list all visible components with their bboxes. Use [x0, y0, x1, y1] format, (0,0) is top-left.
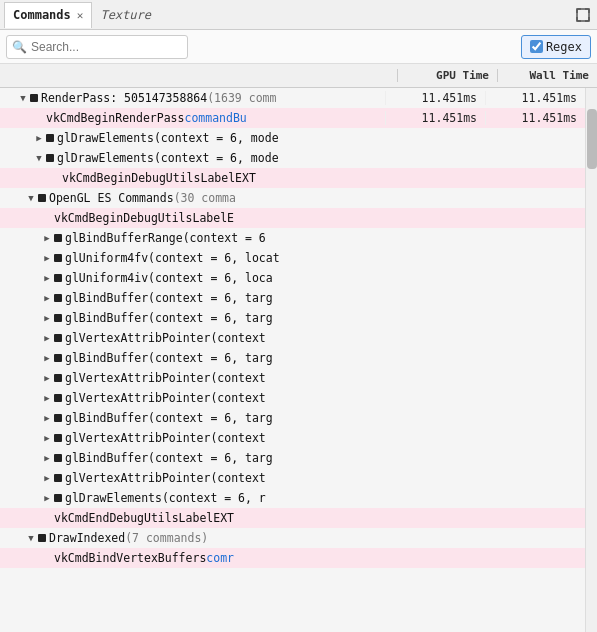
tab-commands-label: Commands — [13, 8, 71, 22]
regex-checkbox[interactable] — [530, 40, 543, 53]
table-row[interactable]: vkCmdEndDebugUtilsLabelEXT — [0, 508, 585, 528]
collapse-icon[interactable]: ▼ — [32, 151, 46, 165]
row-type-icon — [38, 194, 46, 202]
tab-texture[interactable]: Texture — [92, 2, 159, 28]
row-type-icon — [54, 274, 62, 282]
row-name-cell: ▼DrawIndexed (7 commands) — [0, 531, 385, 545]
row-type-icon — [54, 394, 62, 402]
row-name-cell: ▶glVertexAttribPointer(context — [0, 471, 385, 485]
row-name-cell: vkCmdBindVertexBuffers comr — [0, 551, 385, 565]
row-text: glVertexAttribPointer(context — [65, 471, 266, 485]
tab-commands-close[interactable]: ✕ — [77, 9, 84, 22]
expand-icon[interactable]: ▶ — [40, 331, 54, 345]
expand-icon[interactable]: ▶ — [40, 291, 54, 305]
row-name-cell: ▶glBindBuffer(context = 6, targ — [0, 311, 385, 325]
table-row[interactable]: ▶glVertexAttribPointer(context — [0, 368, 585, 388]
expand-icon[interactable]: ▶ — [32, 131, 46, 145]
row-name-cell: ▼glDrawElements(context = 6, mode — [0, 151, 385, 165]
table-row[interactable]: ▶glBindBuffer(context = 6, targ — [0, 408, 585, 428]
maximize-button[interactable] — [573, 5, 593, 25]
table-row[interactable]: ▶glVertexAttribPointer(context — [0, 428, 585, 448]
table-row[interactable]: ▼RenderPass: 505147358864 (1639 comm11.4… — [0, 88, 585, 108]
table-row[interactable]: vkCmdBeginDebugUtilsLabelEXT — [0, 168, 585, 188]
tab-bar: Commands ✕ Texture — [0, 0, 597, 30]
row-text: DrawIndexed — [49, 531, 125, 545]
collapse-icon[interactable]: ▼ — [24, 191, 38, 205]
svg-rect-0 — [577, 9, 589, 21]
row-text: glBindBuffer(context = 6, targ — [65, 351, 273, 365]
table-row[interactable]: ▼DrawIndexed (7 commands) — [0, 528, 585, 548]
row-text: glDrawElements(context = 6, mode — [57, 131, 279, 145]
row-name-cell: ▶glBindBuffer(context = 6, targ — [0, 411, 385, 425]
tab-texture-label: Texture — [100, 8, 151, 22]
table-row[interactable]: ▶glBindBuffer(context = 6, targ — [0, 348, 585, 368]
expand-icon[interactable]: ▶ — [40, 431, 54, 445]
collapse-icon[interactable]: ▼ — [16, 91, 30, 105]
collapse-icon[interactable]: ▼ — [24, 531, 38, 545]
row-extra: (1639 comm — [207, 91, 276, 105]
expand-icon[interactable]: ▶ — [40, 391, 54, 405]
row-type-icon — [54, 414, 62, 422]
row-extra: (7 commands) — [125, 531, 208, 545]
scrollbar-track[interactable] — [585, 88, 597, 632]
row-name-cell: ▶glBindBufferRange(context = 6 — [0, 231, 385, 245]
table-row[interactable]: ▶glBindBuffer(context = 6, targ — [0, 308, 585, 328]
table-row[interactable]: ▶glDrawElements(context = 6, mode — [0, 128, 585, 148]
expand-icon[interactable]: ▶ — [40, 371, 54, 385]
table-row[interactable]: ▶glVertexAttribPointer(context — [0, 468, 585, 488]
expand-icon[interactable]: ▶ — [40, 351, 54, 365]
table-row[interactable]: ▼OpenGL ES Commands (30 comma — [0, 188, 585, 208]
expand-icon[interactable]: ▶ — [40, 411, 54, 425]
toolbar: 🔍 Regex — [0, 30, 597, 64]
row-type-icon — [54, 334, 62, 342]
row-text: glBindBuffer(context = 6, targ — [65, 311, 273, 325]
row-text: glVertexAttribPointer(context — [65, 391, 266, 405]
expand-icon[interactable]: ▶ — [40, 251, 54, 265]
row-name-cell: ▶glVertexAttribPointer(context — [0, 391, 385, 405]
row-type-icon — [54, 294, 62, 302]
row-name-cell: ▶glBindBuffer(context = 6, targ — [0, 451, 385, 465]
row-type-icon — [54, 374, 62, 382]
table-row[interactable]: ▶glBindBuffer(context = 6, targ — [0, 288, 585, 308]
row-name-cell: vkCmdBeginDebugUtilsLabelE — [0, 211, 385, 225]
table-row[interactable]: ▶glUniform4fv(context = 6, locat — [0, 248, 585, 268]
row-name-cell: ▶glVertexAttribPointer(context — [0, 371, 385, 385]
row-name-cell: ▶glBindBuffer(context = 6, targ — [0, 351, 385, 365]
search-input[interactable] — [6, 35, 188, 59]
row-type-icon — [54, 454, 62, 462]
row-text: vkCmdBeginRenderPass — [46, 111, 184, 125]
table-row[interactable]: ▶glVertexAttribPointer(context — [0, 328, 585, 348]
row-extra-blue: commandBu — [184, 111, 246, 125]
table-row[interactable]: ▼glDrawElements(context = 6, mode — [0, 148, 585, 168]
expand-icon[interactable]: ▶ — [40, 471, 54, 485]
regex-button[interactable]: Regex — [521, 35, 591, 59]
tab-commands[interactable]: Commands ✕ — [4, 2, 92, 28]
table-row[interactable]: ▶glBindBufferRange(context = 6 — [0, 228, 585, 248]
table-row[interactable]: vkCmdBeginDebugUtilsLabelE — [0, 208, 585, 228]
app-window: Commands ✕ Texture 🔍 Regex — [0, 0, 597, 632]
row-name-cell: ▼RenderPass: 505147358864 (1639 comm — [0, 91, 385, 105]
row-type-icon — [30, 94, 38, 102]
row-name-cell: ▶glBindBuffer(context = 6, targ — [0, 291, 385, 305]
col-gpu-header: GPU Time — [397, 69, 497, 82]
row-type-icon — [54, 234, 62, 242]
row-name-cell: ▶glVertexAttribPointer(context — [0, 431, 385, 445]
row-type-icon — [46, 134, 54, 142]
table-row[interactable]: ▶glVertexAttribPointer(context — [0, 388, 585, 408]
table-row[interactable]: ▶glUniform4iv(context = 6, loca — [0, 268, 585, 288]
table-row[interactable]: vkCmdBindVertexBuffers comr — [0, 548, 585, 568]
expand-icon[interactable]: ▶ — [40, 451, 54, 465]
expand-icon[interactable]: ▶ — [40, 271, 54, 285]
table-row[interactable]: vkCmdBeginRenderPass commandBu11.451ms11… — [0, 108, 585, 128]
expand-icon[interactable]: ▶ — [40, 231, 54, 245]
table-row[interactable]: ▶glBindBuffer(context = 6, targ — [0, 448, 585, 468]
expand-icon[interactable]: ▶ — [40, 311, 54, 325]
expand-icon[interactable]: ▶ — [40, 491, 54, 505]
row-text: glBindBuffer(context = 6, targ — [65, 451, 273, 465]
row-text: glVertexAttribPointer(context — [65, 331, 266, 345]
tree-area[interactable]: ▼RenderPass: 505147358864 (1639 comm11.4… — [0, 88, 585, 632]
row-type-icon — [38, 534, 46, 542]
row-text: vkCmdBeginDebugUtilsLabelE — [54, 211, 234, 225]
table-row[interactable]: ▶glDrawElements(context = 6, r — [0, 488, 585, 508]
scrollbar-thumb[interactable] — [587, 109, 597, 169]
